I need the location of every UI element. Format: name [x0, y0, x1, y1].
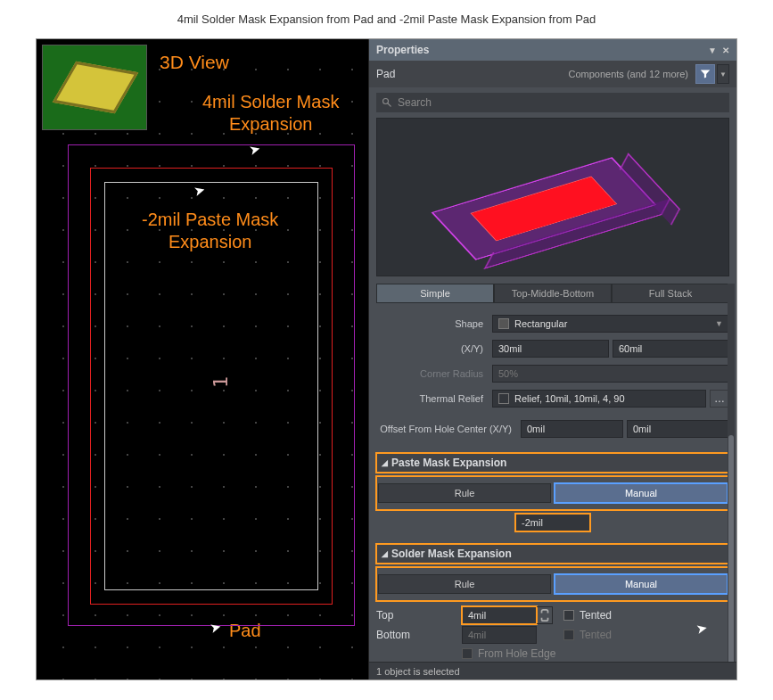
panel-title-bar: Properties ▼ ✕	[369, 39, 736, 61]
y-size-field[interactable]: 60mil	[613, 340, 729, 358]
tented-top-checkbox[interactable]	[563, 610, 574, 621]
pad-designator: 1	[210, 376, 232, 388]
svg-point-0	[383, 99, 389, 104]
filter-context-text: Components (and 12 more)	[568, 69, 688, 79]
solder-bottom-field: 4mil	[462, 626, 537, 644]
filter-dropdown[interactable]: ▼	[717, 64, 729, 84]
page-caption: 4mil Solder Mask Expansion from Pad and …	[0, 0, 773, 38]
corner-radius-field: 50%	[492, 365, 729, 383]
search-input[interactable]: Search	[376, 93, 729, 112]
close-icon[interactable]: ✕	[722, 45, 729, 55]
solder-manual-button[interactable]: Manual	[555, 574, 728, 594]
shape-swatch-icon	[498, 318, 509, 329]
search-icon	[382, 97, 392, 108]
shape-label: Shape	[376, 318, 492, 329]
panel-title-text: Properties	[376, 44, 429, 56]
paste-rule-button[interactable]: Rule	[378, 483, 551, 503]
relief-checkbox[interactable]	[498, 393, 509, 404]
corner-radius-label: Corner Radius	[376, 368, 492, 379]
from-hole-edge-label: From Hole Edge	[478, 647, 555, 660]
panel-scroll: Simple Top-Middle-Bottom Full Stack Shap…	[369, 284, 736, 662]
tab-full-stack[interactable]: Full Stack	[612, 284, 729, 303]
paste-value-field[interactable]: -2mil	[515, 514, 590, 531]
panel-context-row: Pad Components (and 12 more) ▼	[369, 61, 736, 87]
offset-x-field[interactable]: 0mil	[521, 420, 623, 438]
solder-bottom-label: Bottom	[376, 629, 462, 641]
relief-edit-button[interactable]: …	[710, 390, 729, 408]
object-type-label: Pad	[376, 68, 395, 80]
scrollbar[interactable]	[728, 284, 735, 662]
3d-thumbnail	[42, 45, 147, 130]
solder-top-field[interactable]: 4mil	[462, 606, 537, 624]
chevron-down-icon: ▼	[715, 319, 723, 328]
stack-mode-tabs: Simple Top-Middle-Bottom Full Stack	[376, 284, 729, 303]
section-paste-mask[interactable]: ◢Paste Mask Expansion	[376, 453, 729, 473]
collapse-icon: ◢	[382, 549, 388, 558]
section-solder-mask[interactable]: ◢Solder Mask Expansion	[376, 544, 729, 564]
search-placeholder: Search	[398, 96, 432, 109]
app-frame: 3D View 4mil Solder MaskExpansion -2mil …	[36, 38, 737, 680]
xy-label: (X/Y)	[376, 343, 492, 354]
tented-bottom-label: Tented	[580, 629, 612, 641]
solder-top-label: Top	[376, 609, 462, 622]
pin-icon[interactable]: ▼	[708, 45, 717, 55]
3d-preview[interactable]	[376, 118, 729, 276]
3d-pad-thumb	[53, 62, 139, 113]
offset-y-field[interactable]: 0mil	[627, 420, 729, 438]
thermal-relief-field[interactable]: Relief, 10mil, 10mil, 4, 90	[492, 390, 706, 408]
shape-dropdown[interactable]: Rectangular▼	[492, 315, 729, 333]
status-bar: 1 object is selected	[369, 662, 736, 679]
properties-panel: Properties ▼ ✕ Pad Components (and 12 mo…	[368, 39, 736, 679]
x-size-field[interactable]: 30mil	[492, 340, 609, 358]
3d-view-label: 3D View	[160, 52, 229, 73]
thermal-relief-label: Thermal Relief	[376, 393, 492, 404]
solder-rule-button[interactable]: Rule	[378, 574, 551, 594]
preview-mask-slab	[432, 157, 657, 260]
tab-simple[interactable]: Simple	[376, 284, 494, 303]
anno-solder-mask: 4mil Solder MaskExpansion	[202, 91, 339, 136]
from-hole-edge-checkbox[interactable]	[462, 648, 473, 659]
tented-top-label: Tented	[580, 609, 612, 622]
link-icon[interactable]	[537, 606, 553, 624]
collapse-icon: ◢	[382, 458, 388, 467]
tented-bottom-checkbox	[563, 630, 574, 640]
filter-button[interactable]	[695, 64, 715, 84]
tab-top-middle-bottom[interactable]: Top-Middle-Bottom	[494, 284, 612, 303]
pcb-viewport[interactable]: 3D View 4mil Solder MaskExpansion -2mil …	[37, 39, 368, 679]
svg-line-1	[388, 103, 391, 107]
paste-manual-button[interactable]: Manual	[555, 483, 728, 503]
offset-label: Offset From Hole Center (X/Y)	[376, 424, 521, 434]
